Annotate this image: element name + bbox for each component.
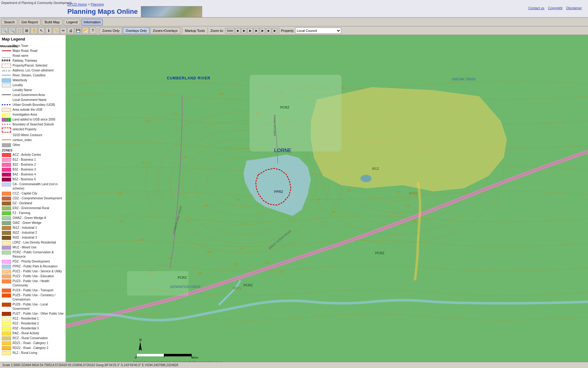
svg-text:481m: 481m xyxy=(191,356,198,359)
header-banner xyxy=(141,6,202,17)
contact-link[interactable]: Contact us xyxy=(528,6,545,10)
legend-item: PPRZ - Public Park & Recreation xyxy=(2,264,64,269)
svg-text:RDZ1: RDZ1 xyxy=(233,286,242,290)
legend-item: Locality Name xyxy=(2,88,64,92)
get-report-button[interactable]: Get Report xyxy=(19,19,41,25)
site-title: Planning Maps Online xyxy=(67,8,138,16)
zoom-in-icon[interactable]: 🔍 xyxy=(1,27,8,34)
legend-item: Locality xyxy=(2,83,64,87)
zoom-level7[interactable]: ▶ xyxy=(272,28,277,33)
legend-item: CA - Commonwealth Land (not in scheme) xyxy=(2,182,64,191)
zoom-level6[interactable]: ▶ xyxy=(266,28,271,33)
dept-label: Department of Planning & Community Devel… xyxy=(1,1,72,5)
svg-text:170: 170 xyxy=(119,220,124,223)
zoom-level3[interactable]: ▶ xyxy=(247,28,253,33)
svg-text:240: 240 xyxy=(173,112,178,115)
legend-item: PUZ3 - Public Use - Health Community xyxy=(2,279,64,288)
svg-text:SEPARATION CREEK: SEPARATION CREEK xyxy=(170,285,201,289)
map-svg[interactable]: 270 240 100 100 80 78 94 80 100 174 178 … xyxy=(66,35,588,362)
legend-item: B1Z - Business 1 xyxy=(2,158,64,162)
build-map-button[interactable]: Build Map xyxy=(42,19,62,25)
help-icon[interactable]: ? xyxy=(89,27,96,34)
save-icon[interactable]: 💾 xyxy=(75,27,81,34)
svg-text:120: 120 xyxy=(412,220,417,223)
legend-item: Local Government Area xyxy=(2,93,64,97)
breadcrumb-home[interactable]: DPCD Home xyxy=(67,2,87,6)
breadcrumb: DPCD Home > Planning xyxy=(67,2,104,6)
svg-text:PCRZ: PCRZ xyxy=(375,251,384,255)
local-council-select[interactable]: Local Council xyxy=(295,28,341,34)
zoom-level4[interactable]: ▶ xyxy=(254,28,259,33)
select-icon[interactable]: ↖ xyxy=(38,27,45,34)
svg-text:170: 170 xyxy=(139,238,144,241)
zoom-state[interactable]: State xyxy=(225,28,235,33)
legend-item: Railway, Tramway xyxy=(2,59,64,63)
legend-item: selected Property xyxy=(2,127,64,132)
markup-icon[interactable]: ✏ xyxy=(60,27,67,34)
svg-text:100: 100 xyxy=(118,192,123,195)
svg-text:© State Government of Victoria: © State Government of Victoria. Service … xyxy=(133,361,223,362)
load-icon[interactable]: 📂 xyxy=(82,27,89,34)
zoom-label: Zoom to: xyxy=(210,29,224,33)
svg-text:RCZ: RCZ xyxy=(372,167,379,171)
copyright-link[interactable]: Copyright xyxy=(548,6,563,10)
zoom-level2[interactable]: ▶ xyxy=(241,28,247,33)
svg-rect-56 xyxy=(136,354,164,356)
legend-content: WARRNAMBOOLMajor TownMajor Road, RoadRoa… xyxy=(2,44,64,355)
legend-item: PDZ - Priority Development xyxy=(2,259,64,264)
markup-tools-label: Markup Tools xyxy=(185,29,205,33)
breadcrumb-planning[interactable]: Planning xyxy=(91,2,104,6)
measure-icon[interactable]: 📏 xyxy=(53,27,59,34)
legend-item: RCZ - Rural Conservation xyxy=(2,336,64,340)
legend-item: R1Z - Residential 1 xyxy=(2,316,64,321)
legend-item: River, Stream, Coastline xyxy=(2,73,64,78)
search-button[interactable]: Search xyxy=(1,19,17,25)
zoom-out-icon[interactable]: 🔍 xyxy=(9,27,15,34)
overlays-only-button[interactable]: Overlays Only xyxy=(123,27,149,34)
legend-item: CCZ - Capital City xyxy=(2,191,64,196)
svg-text:80: 80 xyxy=(237,198,240,201)
legend-item: Investigation Area xyxy=(2,113,64,117)
legend-item: WARRNAMBOOLMajor Town xyxy=(2,44,64,48)
svg-text:80: 80 xyxy=(280,270,283,273)
legend-item: RDZ2 - Road - Category 2 xyxy=(2,346,64,350)
legend-item: PUZ7 - Public Use - Other Public Use xyxy=(2,312,64,316)
svg-rect-54 xyxy=(127,271,188,296)
legend-item: RLZ - Rural Living xyxy=(2,351,64,355)
zones-only-button[interactable]: Zones Only xyxy=(100,27,122,34)
svg-text:40: 40 xyxy=(332,210,335,213)
header-title: Planning Maps Online xyxy=(67,6,202,17)
svg-text:80: 80 xyxy=(341,86,345,89)
legend-item: PUZ6 - Public Use - Local Government xyxy=(2,302,64,311)
legend-item: B2Z - Business 2 xyxy=(2,163,64,167)
svg-text:PCRZ: PCRZ xyxy=(178,276,187,279)
disclaimer-link[interactable]: Disclaimer xyxy=(566,6,582,10)
legend-item: Major Road, Road xyxy=(2,49,64,53)
legend-item: LDRZ - Low Density Residential xyxy=(2,240,64,245)
svg-text:155: 155 xyxy=(234,263,239,266)
zoom-level5[interactable]: ▶ xyxy=(260,28,265,33)
legend-item: GWZ - Green Wedge xyxy=(2,221,64,225)
legend-item: R3Z - Residential 3 xyxy=(2,326,64,331)
zones-overlays-button[interactable]: Zones+Overlays xyxy=(150,27,180,34)
svg-text:90: 90 xyxy=(142,161,145,164)
zoom-rect-icon[interactable]: ⬚ xyxy=(16,27,23,34)
legend-button[interactable]: Legend xyxy=(64,19,81,25)
svg-text:SHEOAK TRACK: SHEOAK TRACK xyxy=(273,115,276,136)
svg-rect-57 xyxy=(136,354,137,358)
pan-icon[interactable]: ✋ xyxy=(31,27,37,34)
zoom-full-icon[interactable]: ⊞ xyxy=(23,27,30,34)
zoom-level1[interactable]: ▶ xyxy=(235,28,241,33)
svg-text:270: 270 xyxy=(145,120,150,123)
legend-item: IN2Z - Industrial 2 xyxy=(2,231,64,235)
legend-item: GWAZ - Green Wedge A xyxy=(2,216,64,220)
info-icon[interactable]: ℹ xyxy=(45,27,52,34)
svg-text:80: 80 xyxy=(397,190,400,194)
print-icon[interactable]: 🖨 xyxy=(67,27,74,34)
legend-item: Property/Parcel, Selected xyxy=(2,63,64,68)
information-button[interactable]: Information xyxy=(81,19,103,25)
legend-item: 10/20 Metre Contours xyxy=(2,133,64,137)
legend-item: IN3Z - Industrial 3 xyxy=(2,236,64,240)
legend-item: ERZ - Environmental Rural xyxy=(2,206,64,210)
legend-item: PUZ2 - Public Use - Education xyxy=(2,274,64,278)
